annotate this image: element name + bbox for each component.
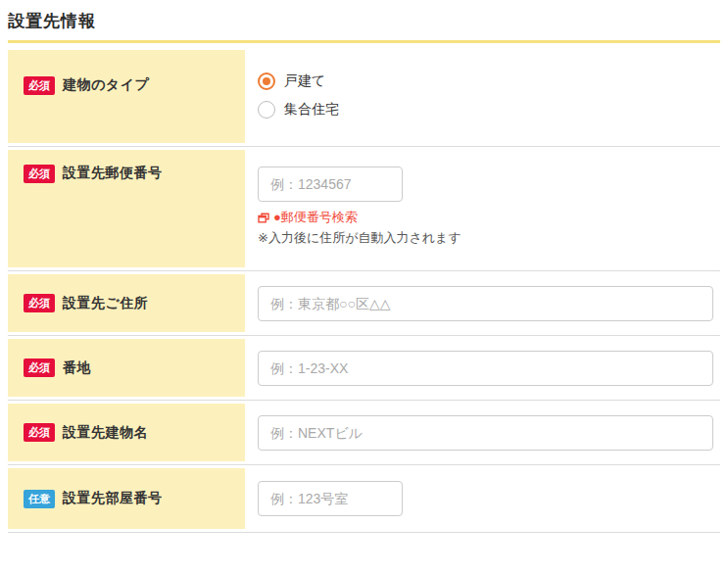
label-cell-room-number: 任意 設置先部屋番号 <box>8 468 245 529</box>
content-cell-room-number <box>245 468 720 529</box>
address-input[interactable] <box>258 286 713 321</box>
optional-badge: 任意 <box>24 490 55 508</box>
radio-label: 集合住宅 <box>284 101 339 119</box>
required-badge: 必須 <box>24 358 55 377</box>
field-label-building-name: 設置先建物名 <box>63 424 148 442</box>
required-badge: 必須 <box>24 76 55 95</box>
block-number-input[interactable] <box>258 351 713 386</box>
label-cell-postal-code: 必須 設置先郵便番号 <box>8 150 245 267</box>
field-label-room-number: 設置先部屋番号 <box>63 490 163 507</box>
form-row-room-number: 任意 設置先部屋番号 <box>8 468 720 533</box>
postal-code-search-link[interactable]: ●郵便番号検索 <box>258 209 358 226</box>
building-name-input[interactable] <box>258 415 713 451</box>
form-row-building-type: 必須 建物のタイプ 戸建て 集合住宅 <box>8 50 720 147</box>
postal-code-note: ※入力後に住所が自動入力されます <box>258 229 720 247</box>
postal-code-input[interactable] <box>258 167 403 202</box>
radio-option-detached-house[interactable]: 戸建て <box>258 72 720 90</box>
content-cell-building-name <box>245 404 720 461</box>
field-label-block-number: 番地 <box>63 359 91 377</box>
form-row-address: 必須 設置先ご住所 <box>8 274 720 336</box>
required-badge: 必須 <box>24 165 55 183</box>
content-cell-address <box>245 274 720 332</box>
content-cell-building-type: 戸建て 集合住宅 <box>245 50 720 143</box>
form-row-postal-code: 必須 設置先郵便番号 ●郵便番号検索 ※入力後に住所が自動入力されます <box>8 150 720 271</box>
postal-code-search-label: ●郵便番号検索 <box>273 209 358 226</box>
page-title: 設置先情報 <box>8 6 720 43</box>
field-label-building-type: 建物のタイプ <box>63 76 149 94</box>
room-number-input[interactable] <box>258 481 403 516</box>
form-row-building-name: 必須 設置先建物名 <box>8 404 720 465</box>
content-cell-block-number <box>245 339 720 397</box>
external-window-icon <box>258 213 269 223</box>
label-cell-block-number: 必須 番地 <box>8 339 245 397</box>
content-cell-postal-code: ●郵便番号検索 ※入力後に住所が自動入力されます <box>245 150 720 267</box>
label-cell-building-name: 必須 設置先建物名 <box>8 404 245 461</box>
required-badge: 必須 <box>24 423 55 442</box>
radio-selected-icon[interactable] <box>258 72 275 90</box>
label-cell-address: 必須 設置先ご住所 <box>8 274 245 332</box>
installation-form: 必須 建物のタイプ 戸建て 集合住宅 必須 <box>8 50 720 533</box>
field-label-postal-code: 設置先郵便番号 <box>63 165 163 182</box>
building-type-radio-group: 戸建て 集合住宅 <box>258 72 720 119</box>
radio-option-apartment[interactable]: 集合住宅 <box>258 101 720 119</box>
field-label-address: 設置先ご住所 <box>63 295 148 312</box>
radio-label: 戸建て <box>284 72 325 90</box>
radio-unselected-icon[interactable] <box>258 101 275 119</box>
label-cell-building-type: 必須 建物のタイプ <box>8 50 245 143</box>
required-badge: 必須 <box>24 294 55 312</box>
installation-info-section: 設置先情報 必須 建物のタイプ 戸建て 集合住宅 <box>0 0 728 533</box>
form-row-block-number: 必須 番地 <box>8 339 720 401</box>
